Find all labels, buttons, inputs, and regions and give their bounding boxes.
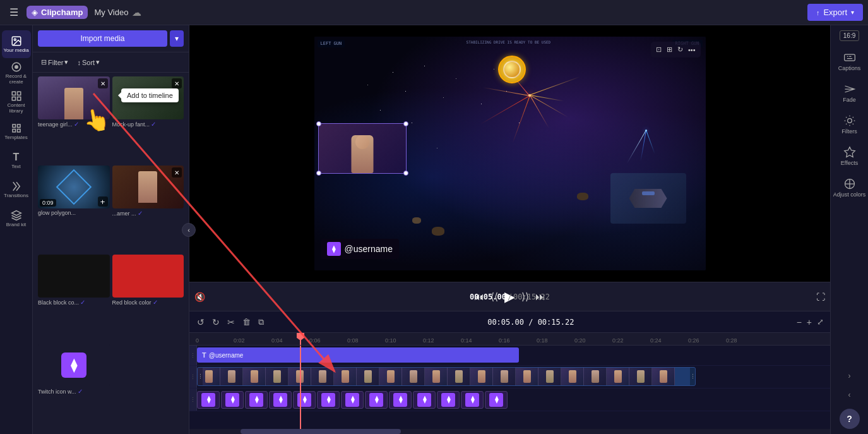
twitch-overlay[interactable]: ⧫ @username [321, 239, 399, 259]
pip-resize-handle-bl[interactable] [316, 171, 321, 176]
filter-sort-bar: ⊟ Filter ▾ ↕ Sort ▾ [33, 52, 189, 73]
icon-track-cell[interactable]: ⧫ [245, 391, 268, 409]
media-grid: ✕ teenage girl... ✓ GAME OVER ✕ Mock-up … [33, 73, 189, 434]
sidebar-item-record-create[interactable]: Record & create [2, 59, 31, 87]
time-display: 00:05.00 / 00:15.22 [470, 292, 550, 301]
media-thumb: ✕ [38, 76, 110, 119]
undo-button[interactable]: ↺ [194, 315, 207, 330]
media-item-check-icon: ✓ [80, 299, 85, 306]
captions-icon [843, 51, 856, 64]
sort-button[interactable]: ↕ Sort ▾ [74, 56, 103, 68]
import-media-button[interactable]: Import media [38, 30, 167, 47]
cloud-sync-icon: ☁ [132, 7, 141, 18]
right-panel-item-effects[interactable]: Effects [833, 142, 866, 170]
list-item[interactable]: Black block co... ✓ [38, 255, 110, 341]
icon-track-cell[interactable]: ⧫ [269, 391, 292, 409]
pip-container[interactable] [318, 123, 407, 174]
icon-track-cell[interactable]: ⧫ [197, 391, 220, 409]
zoom-out-button[interactable]: − [795, 316, 803, 329]
filter-label: Filter [48, 59, 63, 66]
media-thumb: ⧫ [38, 344, 110, 387]
icon-track-cell[interactable]: ⧫ [293, 391, 316, 409]
help-button[interactable]: ? [840, 409, 860, 429]
right-panel-expand-button[interactable]: › [842, 368, 857, 383]
list-item[interactable]: ✕ teenage girl... ✓ [38, 76, 110, 163]
app-logo: ◈ Clipchamp [27, 6, 88, 19]
timeline-tracks: ⋮ T @username ⋮ [189, 346, 830, 429]
aspect-ratio-selector[interactable]: 16:9 [840, 30, 859, 41]
list-item[interactable]: ⧫ Twitch icon w... ✓ [38, 344, 110, 430]
menu-icon[interactable]: ☰ [5, 4, 23, 21]
media-item-delete-button[interactable]: ✕ [172, 78, 182, 88]
pip-resize-handle-tr[interactable] [403, 121, 408, 126]
layout-tool-button[interactable]: ⊞ [665, 44, 674, 56]
video-track-bar[interactable]: ⋮ ⋮ [197, 367, 696, 386]
list-item[interactable]: Red block color ✓ [112, 255, 184, 341]
track-handle[interactable]: ⋮ [189, 366, 197, 388]
sidebar-item-templates[interactable]: Templates [2, 118, 31, 145]
pip-resize-handle-br[interactable] [403, 171, 408, 176]
zoom-in-button[interactable]: + [806, 316, 813, 329]
sidebar-item-content-library[interactable]: Content library [2, 88, 31, 116]
project-title[interactable]: My Video [94, 8, 128, 17]
templates-icon [11, 123, 22, 134]
export-label: Export [823, 8, 847, 17]
svg-point-1 [14, 39, 16, 40]
media-item-add-button[interactable]: + [98, 196, 108, 207]
right-panel-collapse-button[interactable]: ‹ [842, 387, 857, 402]
right-panel-item-filters[interactable]: Filters [833, 111, 866, 138]
sidebar-item-brand-kit[interactable]: Brand kit [2, 205, 31, 232]
sort-icon: ↕ [77, 59, 81, 66]
sidebar-label-content-library: Content library [2, 103, 31, 114]
timeline-scrollbar[interactable] [189, 429, 830, 434]
cut-button[interactable]: ✂ [225, 315, 237, 330]
text-track-label: @username [209, 352, 244, 359]
track-handle[interactable]: ⋮ [189, 389, 197, 411]
right-panel-item-adjust-colors[interactable]: Adjust colors [833, 174, 866, 202]
track-handle[interactable]: ⋮ [189, 346, 197, 365]
filter-button[interactable]: ⊟ Filter ▾ [38, 56, 71, 68]
collapse-panel-button[interactable]: ‹ [182, 223, 196, 237]
pip-resize-handle-tl[interactable] [316, 121, 321, 126]
text-track-bar[interactable]: T @username [197, 347, 519, 363]
rotate-tool-button[interactable]: ↻ [675, 44, 685, 56]
media-item-delete-button[interactable]: ✕ [98, 78, 108, 88]
fit-timeline-button[interactable]: ⤢ [816, 316, 825, 328]
sidebar-item-your-media[interactable]: Your media [2, 30, 31, 58]
hud-center: STABILIZING DRIVE IS READY TO BE USED [467, 40, 551, 44]
crop-tool-button[interactable]: ⊡ [654, 44, 663, 56]
svg-rect-5 [17, 92, 20, 95]
delete-button[interactable]: 🗑 [240, 315, 253, 329]
media-item-delete-button[interactable]: ✕ [172, 167, 182, 178]
list-item[interactable]: GAME OVER ✕ Mock-up fant... ✓ [112, 76, 184, 163]
sidebar-item-transitions[interactable]: Transitions [2, 176, 31, 203]
icon-track-cell[interactable]: ⧫ [221, 391, 244, 409]
icon-track-cell[interactable]: ⧫ [485, 391, 508, 409]
sidebar-item-text[interactable]: T Text [2, 147, 31, 174]
scrollbar-thumb[interactable] [241, 429, 401, 434]
right-panel: 16:9 Captions Fade Filters Effects Adjus… [830, 25, 868, 434]
icon-track-cell[interactable]: ⧫ [365, 391, 388, 409]
content-library-icon [11, 90, 22, 102]
list-item[interactable]: ✕ ...amer ... ✓ [112, 166, 184, 252]
svg-point-9 [847, 119, 852, 123]
timeline: ↺ ↻ ✂ 🗑 ⧉ 00:05.00 / 00:15.22 − + ⤢ 0 0:… [189, 311, 830, 434]
icon-track-cell[interactable]: ⧫ [413, 391, 436, 409]
more-tools-button[interactable]: ••• [686, 44, 698, 56]
duplicate-button[interactable]: ⧉ [256, 315, 266, 330]
list-item[interactable]: 0:09 + glow polygon... [38, 166, 110, 252]
icon-track-cell[interactable]: ⧫ [437, 391, 460, 409]
svg-point-3 [15, 66, 18, 69]
record-create-icon [11, 61, 22, 73]
icon-track-cell[interactable]: ⧫ [461, 391, 484, 409]
right-panel-item-fade[interactable]: Fade [833, 79, 866, 107]
icon-track-cell[interactable]: ⧫ [389, 391, 412, 409]
icon-track-cell[interactable]: ⧫ [341, 391, 364, 409]
mute-button[interactable]: 🔇 [194, 292, 205, 302]
redo-button[interactable]: ↻ [210, 315, 222, 330]
icon-track-cell[interactable]: ⧫ [317, 391, 340, 409]
export-button[interactable]: ↑ Export ▾ [807, 4, 863, 21]
fullscreen-button[interactable]: ⛶ [816, 292, 825, 302]
right-panel-item-captions[interactable]: Captions [833, 47, 866, 75]
import-dropdown-button[interactable]: ▾ [170, 30, 184, 47]
